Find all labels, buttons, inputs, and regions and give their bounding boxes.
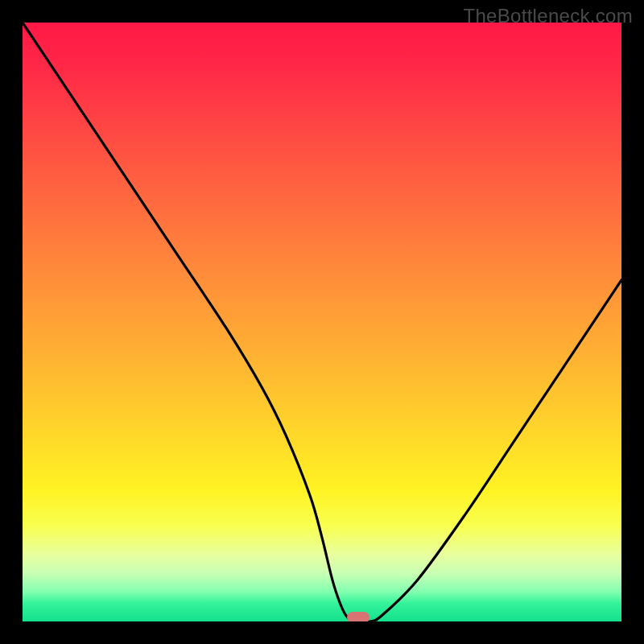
optimum-marker [347, 612, 369, 621]
plot-area [23, 23, 621, 621]
bottleneck-curve [23, 23, 621, 621]
watermark-text: TheBottleneck.com [463, 5, 633, 27]
curve-path [23, 23, 621, 621]
chart-frame: TheBottleneck.com [0, 0, 644, 644]
